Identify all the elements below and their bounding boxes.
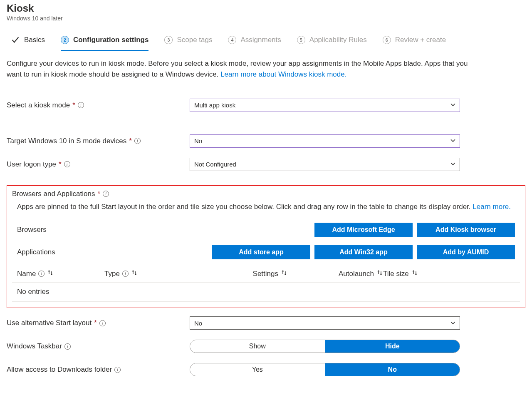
- alt-start-label: Use alternative Start layout * i: [7, 319, 190, 327]
- step-label: Review + create: [395, 36, 446, 44]
- info-icon[interactable]: i: [134, 138, 141, 144]
- info-icon[interactable]: i: [64, 161, 70, 167]
- col-type[interactable]: Type i: [104, 269, 200, 278]
- sort-icon[interactable]: [411, 269, 418, 278]
- logon-type-select[interactable]: Not Configured: [190, 158, 460, 171]
- downloads-toggle: Yes No: [190, 363, 460, 376]
- downloads-yes-option[interactable]: Yes: [190, 363, 325, 376]
- taskbar-show-option[interactable]: Show: [190, 340, 325, 353]
- add-kiosk-browser-button[interactable]: Add Kiosk browser: [417, 223, 515, 237]
- required-marker: *: [129, 137, 132, 145]
- s-mode-label: Target Windows 10 in S mode devices * i: [7, 137, 190, 145]
- add-by-aumid-button[interactable]: Add by AUMID: [417, 245, 515, 259]
- alt-start-select[interactable]: No: [190, 316, 460, 330]
- add-store-app-button[interactable]: Add store app: [212, 245, 310, 259]
- step-scope-tags[interactable]: 3 Scope tags: [164, 36, 212, 51]
- info-icon[interactable]: i: [78, 102, 84, 108]
- info-icon[interactable]: i: [122, 271, 129, 277]
- info-icon[interactable]: i: [38, 271, 45, 277]
- required-marker: *: [59, 160, 62, 169]
- step-applicability-rules[interactable]: 5 Applicability Rules: [297, 36, 367, 51]
- required-marker: *: [72, 101, 75, 109]
- s-mode-select[interactable]: No: [190, 134, 460, 148]
- add-microsoft-edge-button[interactable]: Add Microsoft Edge: [314, 223, 413, 237]
- sort-icon[interactable]: [281, 269, 287, 278]
- info-icon[interactable]: i: [99, 320, 106, 326]
- select-value: Multi app kiosk: [194, 102, 235, 109]
- step-number: 6: [383, 36, 391, 44]
- chevron-down-icon: [450, 102, 455, 109]
- taskbar-label: Windows Taskbar i: [7, 342, 190, 350]
- required-marker: *: [97, 190, 100, 198]
- applications-label: Applications: [17, 248, 55, 256]
- chevron-down-icon: [450, 161, 455, 168]
- add-win32-app-button[interactable]: Add Win32 app: [314, 245, 413, 259]
- section-description: Apps are pinned to the full Start layout…: [12, 201, 520, 212]
- chevron-down-icon: [450, 320, 455, 327]
- sort-icon[interactable]: [47, 269, 54, 278]
- learn-more-link[interactable]: Learn more.: [473, 203, 511, 211]
- page-subtitle: Windows 10 and later: [7, 15, 525, 22]
- required-marker: *: [94, 319, 97, 327]
- logon-type-label: User logon type * i: [7, 160, 190, 169]
- page-title: Kiosk: [7, 2, 525, 14]
- col-autolaunch[interactable]: Autolaunch: [287, 269, 383, 278]
- step-review-create[interactable]: 6 Review + create: [383, 36, 446, 51]
- downloads-label: Allow access to Downloads folder i: [7, 365, 190, 374]
- step-basics[interactable]: Basics: [11, 35, 45, 52]
- step-number: 2: [61, 36, 69, 44]
- learn-more-link[interactable]: Learn more about Windows kiosk mode.: [220, 70, 346, 78]
- step-number: 5: [297, 36, 305, 44]
- apps-table-header: Name i Type i Settings Autolaunch Tile s…: [12, 262, 520, 283]
- taskbar-toggle: Show Hide: [190, 340, 460, 353]
- browsers-label: Browsers: [17, 226, 47, 234]
- step-label: Configuration settings: [73, 36, 148, 44]
- wizard-steps: Basics 2 Configuration settings 3 Scope …: [0, 26, 532, 52]
- sort-icon[interactable]: [131, 269, 138, 278]
- step-number: 4: [228, 36, 236, 44]
- intro-text: Configure your devices to run in kiosk m…: [7, 58, 473, 80]
- select-value: No: [194, 137, 202, 144]
- chevron-down-icon: [450, 137, 455, 144]
- sort-icon[interactable]: [376, 269, 383, 278]
- step-number: 3: [164, 36, 173, 44]
- col-name[interactable]: Name i: [17, 269, 104, 278]
- step-label: Assignments: [240, 36, 281, 44]
- info-icon[interactable]: i: [103, 191, 109, 197]
- col-settings[interactable]: Settings: [200, 269, 287, 278]
- step-configuration-settings[interactable]: 2 Configuration settings: [61, 36, 148, 51]
- step-assignments[interactable]: 4 Assignments: [228, 36, 281, 51]
- select-value: Not Configured: [194, 161, 236, 168]
- browsers-apps-section: Browsers and Applications * i Apps are p…: [7, 185, 525, 308]
- no-entries-text: No entries: [12, 283, 520, 302]
- select-value: No: [194, 320, 202, 327]
- step-label: Scope tags: [177, 36, 212, 44]
- info-icon[interactable]: i: [64, 343, 71, 350]
- step-label: Basics: [24, 36, 45, 44]
- col-tile-size[interactable]: Tile size: [383, 269, 450, 278]
- info-icon[interactable]: i: [114, 367, 121, 373]
- downloads-no-option[interactable]: No: [325, 363, 460, 376]
- taskbar-hide-option[interactable]: Hide: [325, 340, 460, 353]
- kiosk-mode-label: Select a kiosk mode * i: [7, 101, 190, 109]
- kiosk-mode-select[interactable]: Multi app kiosk: [190, 99, 460, 112]
- step-label: Applicability Rules: [309, 36, 367, 44]
- section-title: Browsers and Applications * i: [12, 190, 520, 198]
- check-icon: [11, 35, 20, 45]
